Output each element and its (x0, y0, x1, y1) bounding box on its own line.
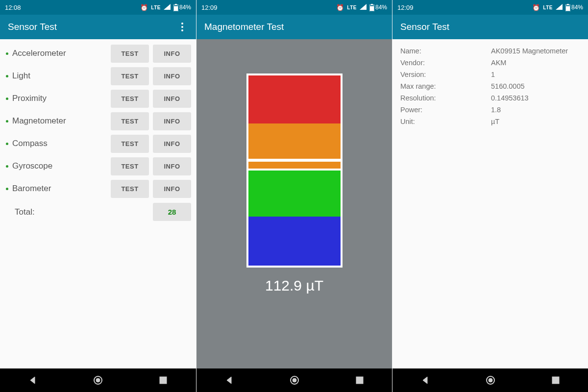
sensor-total-row: Total: 28 (0, 200, 196, 224)
gauge-band-orange-lower (248, 162, 341, 169)
nav-home-icon[interactable] (280, 370, 309, 390)
info-key: Resolution: (400, 92, 491, 104)
info-key: Vendor: (400, 57, 491, 69)
app-bar: Magnetometer Test (196, 15, 392, 39)
info-button[interactable]: INFO (153, 67, 191, 85)
sensor-row-barometer: Barometer TEST INFO (0, 177, 196, 200)
test-button[interactable]: TEST (111, 67, 149, 85)
info-button[interactable]: INFO (153, 112, 191, 130)
content-area: Accelerometer TEST INFO Light TEST INFO (0, 39, 196, 368)
info-button[interactable]: INFO (153, 45, 191, 63)
test-button[interactable]: TEST (111, 90, 149, 108)
nav-back-icon[interactable] (411, 370, 440, 390)
gauge-band-blue (248, 217, 341, 266)
status-dot-icon (6, 75, 8, 77)
info-button[interactable]: INFO (153, 135, 191, 153)
test-button[interactable]: TEST (111, 157, 149, 175)
nav-bar (196, 368, 392, 392)
battery-icon: 84% (173, 4, 191, 11)
svg-point-4 (96, 378, 100, 382)
svg-point-16 (489, 378, 492, 382)
total-count-badge: 28 (153, 203, 191, 221)
svg-rect-17 (552, 377, 559, 384)
info-key: Max range: (400, 80, 491, 92)
sensor-row-accelerometer: Accelerometer TEST INFO (0, 42, 196, 65)
sensor-label: Barometer (12, 184, 111, 194)
status-dot-icon (6, 188, 8, 190)
info-value: 5160.0005 (491, 80, 580, 92)
status-dot-icon (6, 165, 8, 168)
test-button[interactable]: TEST (111, 112, 149, 130)
test-button[interactable]: TEST (111, 45, 149, 63)
info-row-resolution: Resolution:0.14953613 (400, 92, 580, 104)
sensor-row-compass: Compass TEST INFO (0, 132, 196, 155)
network-lte-label: LTE (151, 5, 161, 10)
info-value: AKM (491, 57, 580, 69)
info-key: Version: (400, 69, 491, 80)
svg-point-10 (293, 378, 296, 382)
phone-screen-sensor-info: 12:09 ⏰ LTE 84% Sensor Test Name:AK09915… (392, 0, 588, 392)
status-bar: 12:09 ⏰ LTE 84% (392, 0, 588, 15)
info-value: AK09915 Magnetometer (491, 45, 580, 57)
svg-rect-14 (566, 6, 570, 11)
app-bar-title: Sensor Test (400, 22, 580, 32)
nav-back-icon[interactable] (18, 370, 48, 390)
magnetometer-reading: 112.9 µT (265, 277, 323, 294)
svg-rect-11 (356, 377, 363, 384)
app-bar: Sensor Test (0, 15, 196, 39)
nav-home-icon[interactable] (476, 370, 505, 390)
signal-icon (360, 4, 367, 11)
battery-icon: 84% (369, 4, 387, 11)
overflow-menu-icon[interactable] (176, 21, 188, 33)
info-button[interactable]: INFO (153, 90, 191, 108)
app-bar: Sensor Test (392, 15, 588, 39)
test-button[interactable]: TEST (111, 180, 149, 198)
info-value: 0.14953613 (491, 92, 580, 104)
svg-rect-5 (160, 377, 167, 384)
nav-bar (392, 368, 588, 392)
network-lte-label: LTE (543, 5, 553, 10)
content-area: 112.9 µT (196, 39, 392, 368)
info-key: Unit: (400, 116, 491, 127)
info-value: 1.8 (491, 104, 580, 116)
sensor-row-magnetometer: Magnetometer TEST INFO (0, 110, 196, 132)
status-dot-icon (6, 120, 8, 122)
battery-percent: 84% (375, 4, 387, 11)
status-dot-icon (6, 143, 8, 145)
info-row-power: Power:1.8 (400, 104, 580, 116)
status-bar: 12:09 ⏰ LTE 84% (196, 0, 392, 15)
phone-screen-sensor-list: 12:08 ⏰ LTE 84% Sensor Test (0, 0, 196, 392)
svg-rect-2 (174, 6, 178, 11)
app-bar-title: Magnetometer Test (204, 22, 384, 32)
content-area: Name:AK09915 Magnetometer Vendor:AKM Ver… (392, 39, 588, 368)
nav-recent-icon[interactable] (541, 370, 570, 390)
battery-percent: 84% (179, 4, 191, 11)
info-row-version: Version:1 (400, 69, 580, 80)
nav-back-icon[interactable] (215, 370, 244, 390)
sensor-label: Gyroscope (12, 161, 111, 171)
test-button[interactable]: TEST (111, 135, 149, 153)
phone-screen-magnetometer-test: 12:09 ⏰ LTE 84% Magnetometer Test (196, 0, 392, 392)
battery-percent: 84% (571, 4, 583, 11)
nav-recent-icon[interactable] (345, 370, 374, 390)
alarm-icon: ⏰ (336, 4, 344, 11)
nav-recent-icon[interactable] (148, 370, 178, 390)
sensor-label: Accelerometer (12, 49, 111, 58)
status-dot-icon (6, 52, 8, 55)
gauge-band-green (248, 171, 341, 217)
status-time: 12:09 (201, 4, 218, 11)
nav-bar (0, 368, 196, 392)
magnetometer-gauge (246, 74, 343, 268)
nav-home-icon[interactable] (83, 370, 113, 390)
sensor-label: Proximity (12, 94, 111, 103)
info-button[interactable]: INFO (153, 157, 191, 175)
status-dot-icon (6, 98, 8, 100)
info-row-vendor: Vendor:AKM (400, 57, 580, 69)
gauge-band-red (248, 75, 341, 123)
app-bar-title: Sensor Test (8, 22, 176, 32)
info-button[interactable]: INFO (153, 180, 191, 198)
info-row-unit: Unit:µT (400, 116, 580, 127)
sensor-row-proximity: Proximity TEST INFO (0, 87, 196, 110)
signal-icon (556, 4, 563, 11)
status-time: 12:08 (5, 4, 21, 11)
